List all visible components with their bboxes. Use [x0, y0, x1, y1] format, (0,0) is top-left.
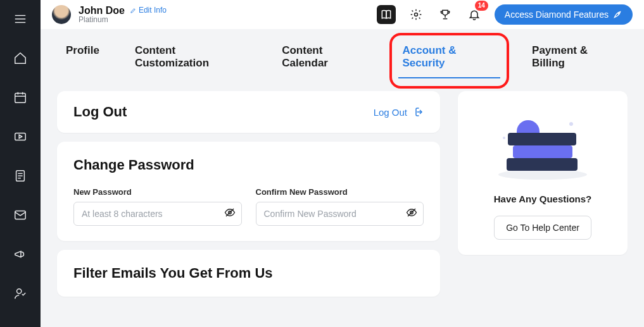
- help-center-button[interactable]: Go To Help Center: [494, 216, 591, 240]
- hamburger-icon: [13, 12, 27, 26]
- user-block: John Doe Edit Info Platinum: [79, 5, 167, 25]
- home-icon: [13, 51, 27, 65]
- svg-point-29: [503, 137, 505, 139]
- access-diamond-button[interactable]: Access Diamond Features: [495, 4, 633, 25]
- user-check-icon: [13, 287, 27, 300]
- svg-point-28: [569, 122, 573, 126]
- sidebar-item-mail[interactable]: [8, 202, 33, 228]
- megaphone-icon: [13, 247, 27, 261]
- svg-rect-13: [15, 211, 26, 219]
- confirm-password-field: Confirm New Password: [256, 187, 424, 226]
- settings-button[interactable]: [407, 6, 425, 23]
- pencil-icon: [130, 7, 137, 14]
- left-column: Log Out Log Out Change Password New Pass…: [57, 91, 440, 327]
- user-name: John Doe: [79, 5, 125, 16]
- logout-link[interactable]: Log Out: [374, 106, 424, 118]
- confirm-password-visibility-toggle[interactable]: [406, 207, 417, 221]
- user-tier: Platinum: [79, 16, 167, 24]
- svg-marker-8: [19, 135, 22, 139]
- tab-content-calendar[interactable]: Content Calendar: [278, 42, 370, 72]
- confirm-password-label: Confirm New Password: [256, 187, 424, 197]
- svg-rect-3: [15, 94, 26, 103]
- notification-badge: 14: [475, 1, 488, 11]
- main-area: John Doe Edit Info Platinum: [41, 0, 644, 327]
- user-avatar[interactable]: [52, 5, 71, 24]
- svg-point-14: [17, 289, 22, 293]
- new-password-input[interactable]: [73, 202, 242, 226]
- hamburger-menu-button[interactable]: [8, 6, 33, 32]
- new-password-label: New Password: [73, 187, 242, 197]
- tab-payment-billing[interactable]: Payment & Billing: [528, 42, 622, 72]
- mail-icon: [13, 208, 27, 222]
- filter-emails-card: Filter Emails You Get From Us: [57, 250, 440, 297]
- tab-account-security[interactable]: Account & Security: [398, 42, 500, 72]
- notifications-button[interactable]: 14: [465, 6, 483, 23]
- calendar-icon: [13, 90, 27, 104]
- confirm-password-input[interactable]: [256, 202, 424, 226]
- edit-info-label: Edit Info: [139, 6, 167, 15]
- svg-rect-27: [508, 133, 576, 145]
- header-icons: 14 Access Diamond Features: [377, 4, 633, 25]
- svg-rect-7: [15, 133, 26, 140]
- logout-icon: [412, 106, 424, 118]
- trophy-button[interactable]: [436, 6, 454, 23]
- header: John Doe Edit Info Platinum: [41, 0, 644, 29]
- logout-heading: Log Out: [73, 104, 127, 120]
- access-diamond-label: Access Diamond Features: [505, 9, 609, 20]
- sidebar-item-document[interactable]: [8, 163, 33, 188]
- sidebar-item-user[interactable]: [8, 281, 33, 306]
- new-password-field: New Password: [73, 187, 242, 226]
- eye-off-icon: [406, 207, 417, 218]
- video-icon: [13, 130, 27, 144]
- svg-point-18: [618, 13, 619, 14]
- logout-link-label: Log Out: [374, 107, 407, 118]
- edit-info-link[interactable]: Edit Info: [130, 6, 167, 15]
- filter-emails-heading: Filter Emails You Get From Us: [73, 265, 424, 281]
- sidebar-item-calendar[interactable]: [8, 85, 33, 110]
- reader-button[interactable]: [377, 5, 396, 24]
- gear-icon: [410, 8, 422, 21]
- logout-card: Log Out Log Out: [57, 91, 440, 133]
- eye-off-icon: [224, 207, 236, 218]
- help-illustration: [489, 106, 597, 182]
- svg-rect-26: [513, 145, 572, 158]
- book-icon: [380, 8, 393, 21]
- sidebar-item-megaphone[interactable]: [8, 242, 33, 267]
- sidebar: [0, 0, 41, 327]
- change-password-card: Change Password New Password: [57, 142, 440, 241]
- right-column: Have Any Questions? Go To Help Center: [458, 91, 628, 327]
- svg-point-15: [414, 13, 417, 16]
- sidebar-item-home[interactable]: [8, 46, 33, 71]
- trophy-icon: [439, 8, 451, 21]
- tabs: Profile Content Customization Content Ca…: [41, 29, 644, 81]
- document-icon: [13, 169, 27, 183]
- help-question: Have Any Questions?: [494, 194, 591, 204]
- new-password-visibility-toggle[interactable]: [224, 207, 236, 221]
- rocket-icon: [612, 9, 622, 20]
- change-password-heading: Change Password: [73, 157, 424, 173]
- tab-content-customization[interactable]: Content Customization: [131, 42, 250, 72]
- tab-profile[interactable]: Profile: [62, 42, 103, 72]
- svg-rect-25: [507, 158, 578, 171]
- help-card: Have Any Questions? Go To Help Center: [458, 91, 628, 255]
- sidebar-item-video[interactable]: [8, 124, 33, 149]
- svg-point-24: [498, 170, 587, 180]
- content: Log Out Log Out Change Password New Pass…: [41, 81, 644, 327]
